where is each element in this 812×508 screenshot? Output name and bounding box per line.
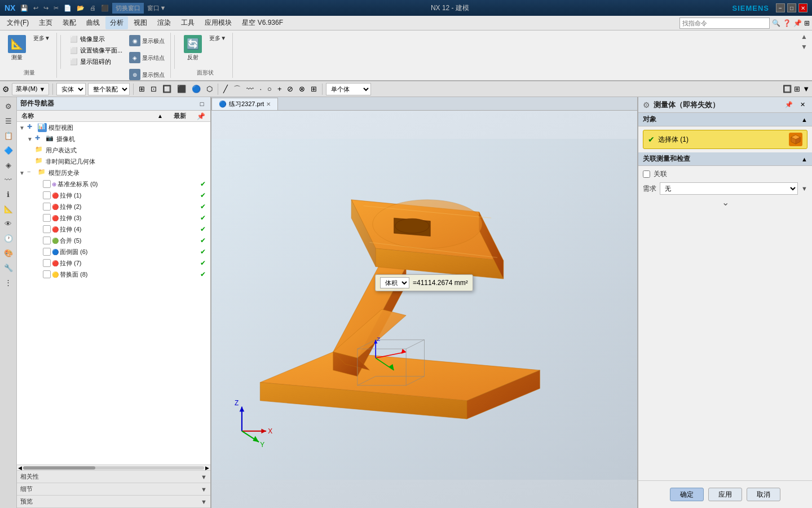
tree-item-extrude-1[interactable]: 🔴 拉伸 (1) ✔ <box>17 190 210 201</box>
sidebar-icon-color[interactable]: 🎨 <box>2 246 15 260</box>
tab-close-icon[interactable]: ✕ <box>266 101 271 107</box>
ok-button[interactable]: 确定 <box>670 488 704 501</box>
minimize-button[interactable]: − <box>776 3 785 12</box>
sidebar-icon-curves[interactable]: 〰 <box>2 173 15 186</box>
menu-file[interactable]: 文件(F) <box>2 16 33 29</box>
viewport-tab[interactable]: 🔵 练习2327.prt ✕ <box>211 98 278 110</box>
snap-grid-icon[interactable]: ⊞ <box>794 85 800 93</box>
view-mode-icon[interactable]: 🔲 <box>783 85 792 93</box>
menu-analysis[interactable]: 分析 <box>105 16 128 29</box>
rp-section-assoc-header[interactable]: 关联测量和检查 ▲ <box>638 152 812 166</box>
offset-icon[interactable]: ⊘ <box>285 84 295 94</box>
sidebar-icon-more[interactable]: ⋮ <box>2 275 15 289</box>
tree-item-model-views[interactable]: ▼ ✚ 📊 模型视图 <box>17 122 210 133</box>
body-type-select[interactable]: 实体片体曲线 <box>56 83 86 95</box>
more-icon[interactable]: ▼ <box>802 85 810 93</box>
check-extrude-7[interactable] <box>43 259 51 267</box>
measure-button[interactable]: 📐 测量 <box>6 33 28 62</box>
check-unite-5[interactable] <box>43 237 51 244</box>
measure-type-select[interactable]: 体积 面积 质量 <box>380 277 409 288</box>
tree-item-datum-csys[interactable]: ⊕ 基准坐标系 (0) ✔ <box>17 178 210 190</box>
tree-item-model-history[interactable]: ▼ − 📁 模型历史录 <box>17 167 210 178</box>
sidebar-icon-faces[interactable]: ◈ <box>2 158 15 172</box>
menu-curve[interactable]: 曲线 <box>82 16 104 29</box>
menu-dropdown-button[interactable]: 菜单(M)▼ <box>12 83 49 95</box>
nav-expand-button[interactable]: □ <box>197 99 207 109</box>
set-mirror-plane-button[interactable]: ⬜设置镜像平面... <box>68 45 125 56</box>
restore-button[interactable]: □ <box>787 3 796 12</box>
view-icon[interactable]: ⬛ <box>99 4 111 12</box>
expand-icon[interactable]: ⌄ <box>722 197 729 208</box>
new-icon[interactable]: 📄 <box>62 4 73 12</box>
rp-section-object-header[interactable]: 对象 ▲ <box>638 113 812 126</box>
col-sort-icon[interactable]: ▲ <box>157 113 163 119</box>
tree-item-extrude-2[interactable]: 🔴 拉伸 (2) ✔ <box>17 201 210 212</box>
tree-item-user-expr[interactable]: 📁 用户表达式 <box>17 144 210 156</box>
search-input[interactable] <box>679 17 770 29</box>
menu-tools[interactable]: 工具 <box>176 16 199 29</box>
model-canvas[interactable]: Z X Y Z <box>211 111 637 508</box>
tree-item-unite-5[interactable]: 🟢 合并 (5) ✔ <box>17 235 210 246</box>
menu-home[interactable]: 主页 <box>34 16 57 29</box>
close-button[interactable]: ✕ <box>798 3 807 12</box>
undo-icon[interactable]: ↩ <box>32 4 40 12</box>
viewport[interactable]: 🔵 练习2327.prt ✕ <box>211 97 637 508</box>
sidebar-icon-measure[interactable]: 📐 <box>2 202 15 216</box>
scroll-right-icon[interactable]: ▶ <box>205 465 209 471</box>
pin-icon[interactable]: 📌 <box>793 19 802 27</box>
solid-icon[interactable]: 🔵 <box>190 84 202 94</box>
redo-icon[interactable]: ↪ <box>42 4 50 12</box>
nav-section-related[interactable]: 相关性 ▼ <box>17 471 210 483</box>
curve-icon[interactable]: ⬡ <box>205 84 214 94</box>
req-select[interactable]: 无 最大值 最小值 <box>660 182 798 195</box>
faceshape-more-button[interactable]: 更多▼ <box>206 33 229 43</box>
scroll-left-icon[interactable]: ◀ <box>18 465 22 471</box>
selection-mode-select[interactable]: 单个体多个体 <box>326 83 371 95</box>
cut-icon[interactable]: ✂ <box>52 4 60 12</box>
check-extrude-1[interactable] <box>43 191 51 199</box>
sidebar-icon-history[interactable]: 🕐 <box>2 231 15 245</box>
sidebar-icon-layers[interactable]: 📋 <box>2 129 15 142</box>
spline-icon[interactable]: 〰 <box>245 84 255 94</box>
search-icon[interactable]: 🔍 <box>772 19 780 27</box>
point-icon[interactable]: · <box>258 84 263 94</box>
show-blocked-button[interactable]: ⬜显示阻碍的 <box>68 56 125 67</box>
measure-more-button[interactable]: 更多▼ <box>30 33 53 43</box>
line-icon[interactable]: ╱ <box>222 84 230 94</box>
check-replaceface-8[interactable] <box>43 270 51 278</box>
settings-icon[interactable]: ⚙ <box>2 85 10 94</box>
tree-item-extrude-4[interactable]: 🔴 拉伸 (4) ✔ <box>17 224 210 235</box>
help-icon[interactable]: ❓ <box>783 19 791 27</box>
check-datum-csys[interactable] <box>43 180 51 188</box>
assoc-checkbox[interactable] <box>643 170 650 178</box>
cancel-button[interactable]: 取消 <box>747 488 780 501</box>
ribbon-up-icon[interactable]: ▲ <box>801 33 807 41</box>
sidebar-icon-tools[interactable]: 🔧 <box>2 261 15 274</box>
assembly-scope-select[interactable]: 整个装配工作部件 <box>88 83 130 95</box>
ribbon-down-icon[interactable]: ▼ <box>801 43 807 51</box>
transform-icon[interactable]: ⊡ <box>149 84 158 94</box>
rp-close-icon[interactable]: ✕ <box>797 100 807 110</box>
menu-appmodule[interactable]: 应用模块 <box>200 16 236 29</box>
menu-render[interactable]: 渲染 <box>153 16 175 29</box>
tree-item-nontimestamp[interactable]: 📁 非时间戳记几何体 <box>17 156 210 167</box>
trim-icon[interactable]: ⊗ <box>297 84 307 94</box>
settings-icon[interactable]: ⊞ <box>804 19 810 27</box>
sidebar-icon-settings[interactable]: ⚙ <box>2 99 15 113</box>
show-poles-button[interactable]: ◉ 显示极点 <box>127 33 167 49</box>
menu-starspace[interactable]: 星空 V6.936F <box>237 16 288 29</box>
show-inflection-button[interactable]: ⊕ 显示拐点 <box>127 67 167 81</box>
nav-section-detail[interactable]: 细节 ▼ <box>17 483 210 496</box>
save-icon[interactable]: 💾 <box>19 4 30 12</box>
req-arrow-icon[interactable]: ▼ <box>801 185 807 192</box>
snap-icon[interactable]: ⊞ <box>137 84 147 94</box>
tree-item-camera[interactable]: ▼ ✚ 📷 摄像机 <box>17 133 210 144</box>
sidebar-icon-nav[interactable]: ☰ <box>2 114 15 128</box>
apply-button[interactable]: 应用 <box>708 488 742 501</box>
cross-icon[interactable]: + <box>276 84 284 94</box>
menu-assembly[interactable]: 装配 <box>58 16 81 29</box>
sidebar-icon-ops[interactable]: 🔷 <box>2 143 15 157</box>
orient-icon[interactable]: 🔲 <box>161 84 173 94</box>
tree-item-extrude-7[interactable]: 🔴 拉伸 (7) ✔ <box>17 257 210 269</box>
render-icon[interactable]: ⬛ <box>175 84 188 94</box>
